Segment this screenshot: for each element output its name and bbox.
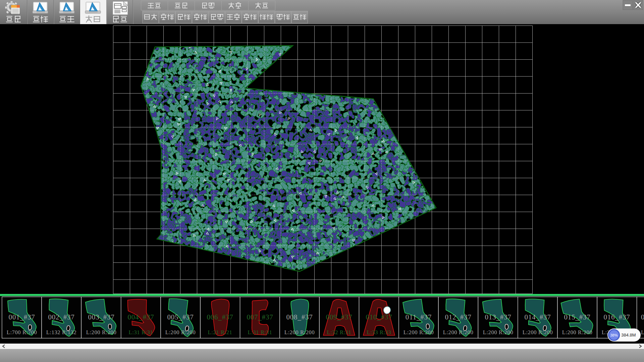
svg-text:009_#37: 009_#37 [326,313,352,321]
svg-text:017_#37: 017_#37 [641,313,644,321]
svg-text:384.8M: 384.8M [621,333,636,338]
svg-text:012_#37: 012_#37 [445,313,471,321]
svg-text:003_#37: 003_#37 [88,313,114,321]
svg-text:004_#37: 004_#37 [127,313,154,321]
svg-text:L:200 R:200: L:200 R:200 [523,329,553,336]
svg-text:005_#37: 005_#37 [167,313,194,321]
svg-text:L:132 R:132: L:132 R:132 [46,329,76,336]
svg-text:L:31 R:31: L:31 R:31 [248,329,272,336]
svg-text:L:33 R:33: L:33 R:33 [367,329,391,336]
svg-text:010_#37: 010_#37 [366,313,392,321]
svg-text:L:21 R:21: L:21 R:21 [208,329,232,336]
svg-text:001_#37: 001_#37 [8,313,35,321]
svg-text:L:2: L:2 [641,329,644,336]
svg-text:008_#37: 008_#37 [286,313,313,321]
svg-text:006_#37: 006_#37 [207,313,233,321]
svg-text:L:200 R:200: L:200 R:200 [86,329,116,336]
svg-text:L:200 R:200: L:200 R:200 [404,329,434,336]
svg-text:L:200 R:200: L:200 R:200 [284,329,315,336]
svg-text:L:31 R:31: L:31 R:31 [129,329,153,336]
svg-text:015_#37: 015_#37 [564,313,590,321]
svg-text:L:700 R:700: L:700 R:700 [7,329,37,336]
svg-text:014_#37: 014_#37 [524,313,551,321]
svg-text:011_#37: 011_#37 [406,313,432,321]
svg-text:L:200 R:200: L:200 R:200 [165,329,196,336]
svg-text:002_#37: 002_#37 [48,313,74,321]
svg-text:007_#37: 007_#37 [247,313,273,321]
svg-text:013_#37: 013_#37 [485,313,511,321]
svg-text:38%: 38% [610,333,618,337]
svg-text:L:200 R:200: L:200 R:200 [562,329,592,336]
svg-text:L:32 R:31: L:32 R:31 [327,329,352,336]
svg-text:L:200 R:200: L:200 R:200 [443,329,473,336]
svg-text:016_#37: 016_#37 [603,313,630,321]
svg-text:L:200 R:200: L:200 R:200 [483,329,513,336]
